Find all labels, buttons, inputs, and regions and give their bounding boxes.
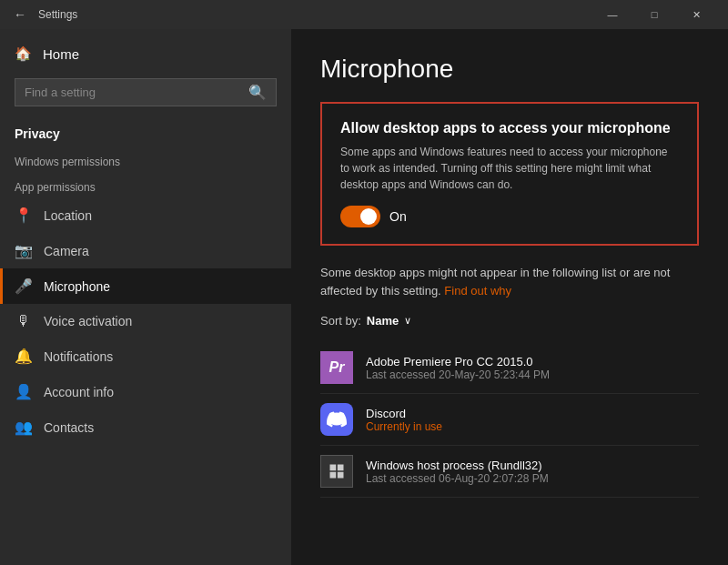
app-status: Last accessed 06-Aug-20 2:07:28 PM	[366, 472, 549, 485]
minimize-button[interactable]: —	[592, 0, 633, 29]
contacts-icon: 👥	[15, 419, 33, 436]
camera-icon: 📷	[15, 242, 33, 259]
premiere-icon: Pr	[320, 351, 353, 384]
search-box[interactable]: 🔍	[15, 78, 277, 106]
allow-box-title: Allow desktop apps to access your microp…	[340, 120, 679, 136]
sidebar-item-label: Microphone	[44, 279, 110, 294]
close-button[interactable]: ✕	[675, 0, 717, 29]
app-status: Currently in use	[366, 420, 442, 433]
notifications-icon: 🔔	[15, 348, 33, 365]
sort-row: Sort by: Name ∨	[320, 314, 699, 328]
search-icon: 🔍	[248, 84, 267, 101]
app-list: Pr Adobe Premiere Pro CC 2015.0 Last acc…	[320, 342, 699, 498]
sidebar-item-home[interactable]: 🏠 Home	[0, 36, 291, 71]
app-status: Last accessed 20-May-20 5:23:44 PM	[366, 368, 550, 381]
sidebar-item-voice[interactable]: 🎙 Voice activation	[0, 304, 291, 338]
toggle-row: On	[340, 206, 679, 227]
list-item: Discord Currently in use	[320, 394, 699, 446]
list-item: Pr Adobe Premiere Pro CC 2015.0 Last acc…	[320, 342, 699, 394]
privacy-section-label: Privacy	[0, 114, 291, 146]
allow-box-description: Some apps and Windows features need to a…	[340, 144, 679, 193]
sidebar-item-notifications[interactable]: 🔔 Notifications	[0, 338, 291, 374]
list-item: Windows host process (Rundll32) Last acc…	[320, 446, 699, 498]
sort-label: Sort by:	[320, 314, 361, 328]
find-out-why-link[interactable]: Find out why	[444, 284, 511, 298]
content-area: Microphone Allow desktop apps to access …	[291, 29, 728, 565]
sidebar-item-camera[interactable]: 📷 Camera	[0, 233, 291, 268]
windows-rundll-icon	[320, 455, 353, 488]
sidebar-item-label: Notifications	[44, 349, 113, 364]
search-input[interactable]	[25, 86, 241, 99]
sidebar-item-location[interactable]: 📍 Location	[0, 197, 291, 233]
app-info: Windows host process (Rundll32) Last acc…	[366, 459, 549, 485]
location-icon: 📍	[15, 207, 33, 224]
app-info: Discord Currently in use	[366, 407, 442, 433]
sidebar-item-label: Account info	[44, 385, 114, 399]
home-icon: 🏠	[15, 45, 32, 62]
app-name: Discord	[366, 407, 442, 420]
sidebar-item-label: Location	[44, 208, 92, 223]
window-controls: — □ ✕	[592, 0, 717, 29]
app-info: Adobe Premiere Pro CC 2015.0 Last access…	[366, 355, 550, 381]
sidebar-item-contacts[interactable]: 👥 Contacts	[0, 409, 291, 445]
toggle-label: On	[389, 209, 407, 224]
app-name: Adobe Premiere Pro CC 2015.0	[366, 355, 550, 368]
sidebar-item-label: Voice activation	[44, 314, 132, 328]
app-permissions-label: App permissions	[0, 172, 291, 197]
maximize-button[interactable]: □	[633, 0, 675, 29]
sidebar-item-microphone[interactable]: 🎤 Microphone	[0, 268, 291, 304]
discord-icon	[320, 403, 353, 436]
info-text: Some desktop apps might not appear in th…	[320, 264, 699, 299]
page-title: Microphone	[320, 55, 699, 84]
titlebar: ← Settings — □ ✕	[0, 0, 728, 29]
sidebar-item-account[interactable]: 👤 Account info	[0, 374, 291, 409]
back-button[interactable]: ←	[11, 5, 29, 24]
home-label: Home	[43, 46, 79, 62]
sidebar: 🏠 Home 🔍 Privacy Windows permissions App…	[0, 29, 291, 565]
voice-icon: 🎙	[15, 313, 33, 329]
allow-desktop-apps-box: Allow desktop apps to access your microp…	[320, 102, 699, 246]
titlebar-title: Settings	[38, 8, 77, 21]
microphone-toggle[interactable]	[340, 206, 380, 227]
toggle-knob	[360, 208, 377, 225]
sidebar-item-label: Contacts	[44, 420, 94, 435]
app-name: Windows host process (Rundll32)	[366, 459, 549, 472]
sort-value[interactable]: Name	[367, 314, 399, 328]
account-icon: 👤	[15, 383, 33, 400]
windows-permissions-label: Windows permissions	[0, 146, 291, 172]
microphone-icon: 🎤	[15, 277, 33, 295]
sidebar-item-label: Camera	[44, 244, 89, 258]
chevron-down-icon: ∨	[404, 315, 411, 327]
